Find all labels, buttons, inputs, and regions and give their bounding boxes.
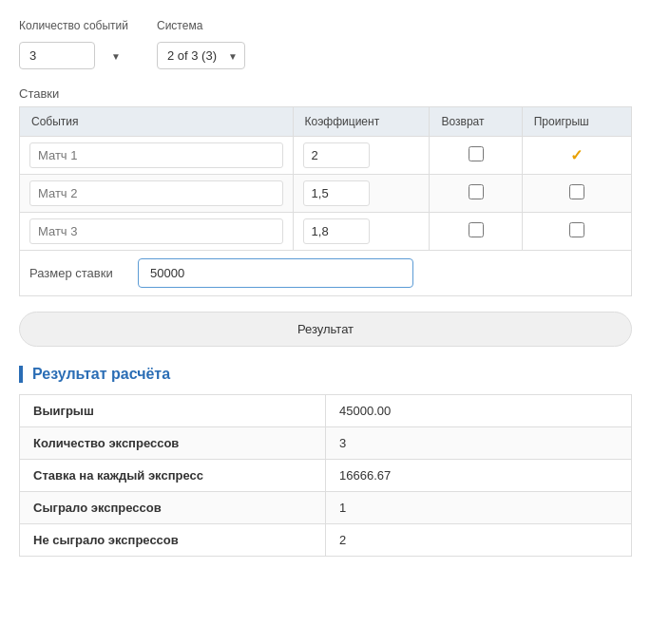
result-value-4: 1 [326, 492, 632, 524]
stake-input[interactable] [138, 258, 413, 288]
col-event: События [20, 107, 294, 137]
stake-label: Размер ставки [29, 266, 124, 280]
events-select-wrapper[interactable]: 3 2 4 5 ▼ [19, 42, 128, 69]
loss-cell-3 [522, 213, 631, 251]
return-cell-3 [430, 213, 522, 251]
result-value-1: 45000.00 [326, 395, 632, 427]
result-label-2: Количество экспрессов [20, 427, 326, 460]
result-value-2: 3 [326, 427, 632, 460]
loss-cell-2 [522, 175, 631, 213]
coeff-input-3[interactable] [303, 218, 370, 244]
result-button-row: Результат [19, 312, 632, 347]
col-loss: Проигрыш [522, 107, 631, 137]
stake-row: Размер ставки [19, 251, 632, 296]
table-row [20, 175, 632, 213]
result-table: Выигрыш45000.00Количество экспрессов3Ста… [19, 394, 632, 557]
result-value-3: 16666.67 [326, 460, 632, 492]
loss-checkmark-1: ✓ [570, 147, 583, 163]
result-label-3: Ставка на каждый экспресс [20, 460, 326, 492]
events-select-arrow: ▼ [111, 50, 121, 61]
return-checkbox-1[interactable] [469, 146, 484, 161]
controls-row: Количество событий 3 2 4 5 ▼ Система 2 o… [19, 19, 632, 69]
coeff-input-2[interactable] [303, 180, 370, 206]
event-input-2[interactable] [29, 180, 283, 206]
system-select[interactable]: 2 of 3 (3) 1 of 3 (3) 3 of 3 (1) [157, 42, 245, 69]
return-checkbox-2[interactable] [469, 184, 484, 199]
events-label: Количество событий [19, 19, 128, 32]
loss-checkbox-3[interactable] [569, 222, 584, 237]
result-button[interactable]: Результат [19, 312, 632, 347]
system-group: Система 2 of 3 (3) 1 of 3 (3) 3 of 3 (1)… [157, 19, 245, 69]
events-select[interactable]: 3 2 4 5 [19, 42, 95, 69]
stavki-table: События Коэффициент Возврат Проигрыш ✓ [19, 106, 632, 251]
system-select-wrapper[interactable]: 2 of 3 (3) 1 of 3 (3) 3 of 3 (1) ▼ [157, 42, 245, 69]
return-cell-2 [430, 175, 522, 213]
stavki-section: Ставки События Коэффициент Возврат Проиг… [19, 86, 632, 296]
result-label-5: Не сыграло экспрессов [20, 524, 326, 557]
result-row: Сыграло экспрессов1 [20, 492, 632, 524]
table-header-row: События Коэффициент Возврат Проигрыш [20, 107, 632, 137]
table-row [20, 213, 632, 251]
event-input-1[interactable] [29, 142, 283, 168]
loss-checkbox-2[interactable] [569, 184, 584, 199]
col-return: Возврат [430, 107, 522, 137]
table-row: ✓ [20, 137, 632, 175]
result-row: Не сыграло экспрессов2 [20, 524, 632, 557]
loss-cell-1: ✓ [522, 137, 631, 175]
result-row: Количество экспрессов3 [20, 427, 632, 460]
result-label-1: Выигрыш [20, 395, 326, 427]
result-row: Выигрыш45000.00 [20, 395, 632, 427]
result-label-4: Сыграло экспрессов [20, 492, 326, 524]
coeff-input-1[interactable] [303, 142, 370, 168]
system-label: Система [157, 19, 245, 32]
stavki-title: Ставки [19, 86, 632, 101]
result-value-5: 2 [326, 524, 632, 557]
return-checkbox-3[interactable] [469, 222, 484, 237]
events-group: Количество событий 3 2 4 5 ▼ [19, 19, 128, 69]
event-input-3[interactable] [29, 218, 283, 244]
col-coeff: Коэффициент [293, 107, 430, 137]
result-section-title: Результат расчёта [19, 366, 632, 383]
result-section: Результат расчёта Выигрыш45000.00Количес… [19, 366, 632, 557]
return-cell-1 [430, 137, 522, 175]
result-row: Ставка на каждый экспресс16666.67 [20, 460, 632, 492]
